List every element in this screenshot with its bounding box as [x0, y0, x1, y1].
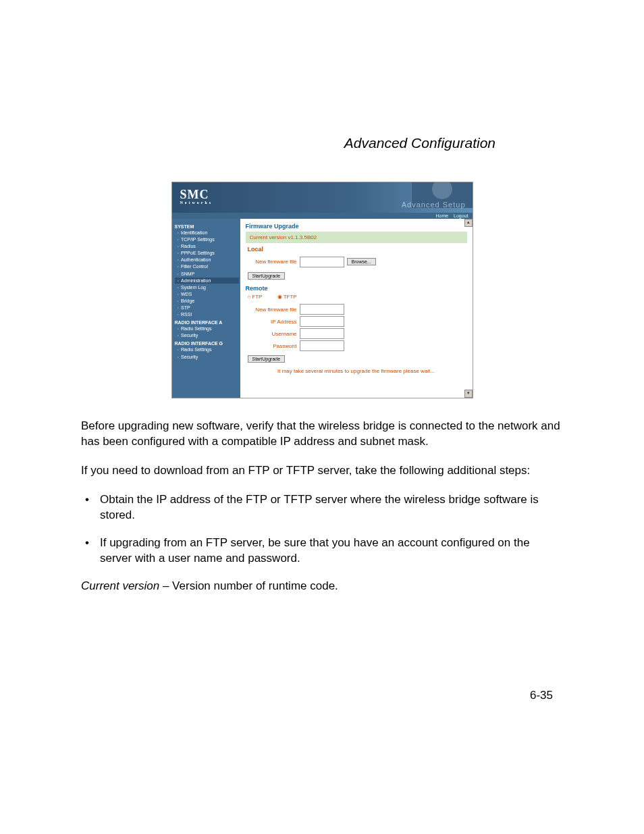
local-section-title: Local — [248, 246, 467, 253]
nav-bridge[interactable]: Bridge — [175, 298, 239, 304]
nav-rssi[interactable]: RSSI — [175, 311, 239, 317]
local-start-upgrade-button[interactable]: StartUpgrade — [248, 272, 286, 280]
tftp-radio[interactable]: ◉ — [277, 294, 282, 300]
nav-radio-g-settings[interactable]: Radio Settings — [175, 346, 239, 353]
password-label: Password — [246, 343, 300, 349]
scroll-up-icon[interactable]: ▴ — [464, 219, 473, 227]
protocol-row: ○FTP ◉TFTP — [248, 294, 467, 300]
logout-link[interactable]: Logout — [454, 213, 468, 218]
browse-button[interactable]: Browse... — [347, 258, 376, 265]
nav-tcpip[interactable]: TCP/IP Settings — [175, 236, 239, 242]
home-link[interactable]: Home — [435, 213, 448, 218]
top-bar: Home Logout — [172, 213, 473, 219]
app-header: SMC Networks Advanced Setup — [172, 182, 473, 213]
admin-screenshot: SMC Networks Advanced Setup Home Logout … — [171, 182, 473, 398]
paragraph-2: If you need to download from an FTP or T… — [81, 463, 563, 479]
paragraph-1: Before upgrading new software, verify th… — [81, 419, 563, 450]
remote-file-label: New firmware file — [246, 307, 300, 313]
nav-radio-a-settings[interactable]: Radio Settings — [175, 325, 239, 332]
nav-radio-g-security[interactable]: Security — [175, 354, 239, 360]
page-title: Advanced Configuration — [81, 135, 495, 151]
brand-logo: SMC Networks — [180, 188, 213, 205]
nav-stp[interactable]: STP — [175, 305, 239, 311]
nav-radio-a-security[interactable]: Security — [175, 332, 239, 338]
paragraph-3: Current version – Version number of runt… — [81, 579, 563, 594]
nav-section-radio-a: RADIO INTERFACE A — [175, 320, 239, 325]
remote-start-upgrade-button[interactable]: StartUpgrade — [248, 355, 286, 363]
nav-auth[interactable]: Authentication — [175, 257, 239, 263]
current-version-box: Current version v1.1.3.5B02 — [246, 232, 467, 243]
nav-snmp[interactable]: SNMP — [175, 271, 239, 277]
nav-section-system: SYSTEM — [175, 224, 239, 229]
firmware-upgrade-title: Firmware Upgrade — [246, 223, 467, 230]
wait-message: It may take several minutes to upgrade t… — [246, 368, 467, 374]
nav-filter[interactable]: Filter Control — [175, 263, 239, 269]
nav-identification[interactable]: Identification — [175, 230, 239, 236]
scroll-down-icon[interactable]: ▾ — [464, 390, 473, 398]
bullet-2: If upgrading from an FTP server, be sure… — [81, 536, 563, 567]
nav-radius[interactable]: Radius — [175, 243, 239, 249]
ip-address-input[interactable] — [300, 316, 344, 327]
ip-address-label: IP Address — [246, 319, 300, 325]
nav-syslog[interactable]: System Log — [175, 284, 239, 290]
content-pane: ▴ Firmware Upgrade Current version v1.1.… — [240, 219, 473, 398]
nav-pppoe[interactable]: PPPoE Settings — [175, 250, 239, 256]
local-file-label: New firmware file — [246, 259, 300, 265]
nav-wds[interactable]: WDS — [175, 291, 239, 297]
local-file-input[interactable] — [300, 257, 344, 267]
sidebar: SYSTEM Identification TCP/IP Settings Ra… — [172, 219, 240, 398]
remote-section-title: Remote — [246, 285, 467, 292]
ftp-radio[interactable]: ○ — [248, 294, 251, 300]
password-input[interactable] — [300, 340, 344, 351]
nav-section-radio-g: RADIO INTERFACE G — [175, 341, 239, 346]
banner-title: Advanced Setup — [402, 201, 466, 209]
nav-administration[interactable]: Administration — [175, 278, 239, 284]
remote-file-input[interactable] — [300, 304, 344, 315]
username-label: Username — [246, 331, 300, 337]
bullet-1: Obtain the IP address of the FTP or TFTP… — [81, 492, 563, 523]
username-input[interactable] — [300, 328, 344, 339]
page-number: 6-35 — [530, 689, 553, 702]
